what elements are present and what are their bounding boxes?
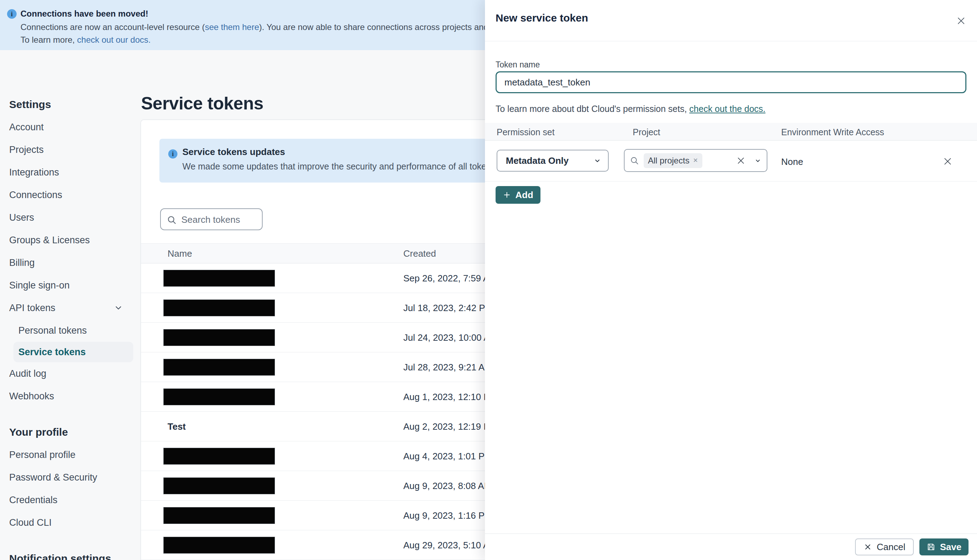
column-header-project: Project (633, 127, 660, 137)
banner-title: Connections have been moved! (20, 9, 148, 19)
chevron-down-icon[interactable] (114, 303, 123, 312)
project-chip-remove-icon[interactable]: ✕ (693, 157, 698, 163)
sidebar-item-label: Personal profile (9, 450, 76, 460)
project-multiselect[interactable]: All projects ✕ (624, 149, 767, 172)
redacted-token-name (163, 537, 275, 553)
save-button-label: Save (940, 542, 962, 553)
search-input[interactable] (181, 210, 258, 229)
redacted-token-name (163, 359, 275, 376)
sidebar-item-label: Audit log (9, 368, 46, 379)
column-header-environment-write-access: Environment Write Access (781, 127, 884, 137)
sidebar-item-label: Users (9, 212, 34, 223)
sidebar-item[interactable]: Webhooks (0, 385, 140, 407)
panel-footer: Cancel Save (485, 533, 977, 560)
sidebar-item[interactable]: Integrations (0, 161, 140, 183)
token-name-input[interactable] (495, 71, 966, 93)
remove-row-icon[interactable] (942, 155, 954, 167)
redacted-token-name (163, 329, 275, 346)
clear-selection-icon[interactable] (736, 156, 746, 165)
see-them-here-link[interactable]: see them here (205, 22, 259, 32)
sidebar-item-label: Password & Security (9, 472, 97, 483)
permission-row: Metadata Only All projects ✕ None (485, 140, 977, 182)
redacted-token-name (163, 270, 275, 287)
page-title: Service tokens (141, 93, 263, 114)
column-header-created: Created (403, 248, 436, 259)
save-button[interactable]: Save (919, 538, 969, 555)
sidebar-item[interactable]: Connections (0, 183, 140, 206)
sidebar-item[interactable]: Groups & Licenses (0, 229, 140, 252)
sidebar-item[interactable]: Service tokens (13, 342, 133, 362)
cancel-button[interactable]: Cancel (855, 538, 914, 555)
sidebar-item[interactable]: Personal tokens (0, 319, 140, 342)
search-tokens-box (160, 208, 263, 230)
helper-text: To learn more about dbt Cloud's permissi… (495, 104, 689, 114)
redacted-token-name (163, 477, 275, 494)
sidebar-item-label: Personal tokens (18, 325, 87, 336)
search-icon (166, 215, 177, 225)
sidebar-item[interactable]: Projects (0, 138, 140, 161)
sidebar-item[interactable]: Single sign-on (0, 274, 140, 297)
close-icon[interactable] (955, 15, 967, 27)
notice-body: We made some updates that improve the se… (182, 162, 527, 172)
chevron-down-icon[interactable] (754, 157, 762, 165)
sidebar-item-label: API tokens (9, 303, 55, 313)
sidebar-item-label: Notification settings (9, 553, 111, 560)
column-header-permission-set: Permission set (497, 127, 555, 137)
permission-set-select[interactable]: Metadata Only (497, 150, 609, 172)
sidebar-item-label: Credentials (9, 495, 58, 506)
sidebar-item[interactable]: Account (0, 116, 140, 138)
sidebar-item[interactable]: Password & Security (0, 466, 140, 489)
sidebar-item-label: Connections (9, 190, 62, 200)
sidebar-item[interactable]: Cloud CLI (0, 511, 140, 534)
info-icon: i (168, 149, 177, 158)
add-permission-button[interactable]: Add (495, 186, 540, 204)
banner-text: To learn more, (20, 35, 77, 45)
redacted-token-name (163, 448, 275, 465)
sidebar-item-label: Projects (9, 144, 44, 155)
permission-set-value: Metadata Only (506, 155, 593, 166)
sidebar-item[interactable]: Billing (0, 252, 140, 274)
redacted-token-name (163, 299, 275, 317)
sidebar-item-label: Webhooks (9, 391, 54, 402)
sidebar-item[interactable]: Users (0, 206, 140, 229)
plus-icon (503, 191, 511, 199)
sidebar-item-label: Your profile (9, 426, 68, 438)
sidebar-item: Your profile (0, 421, 140, 443)
permission-helper-text: To learn more about dbt Cloud's permissi… (495, 104, 766, 114)
sidebar-item-label: Settings (9, 98, 51, 110)
sidebar-item-label: Billing (9, 257, 35, 268)
info-icon: i (7, 9, 17, 19)
sidebar-item-label: Cloud CLI (9, 517, 52, 528)
cancel-button-label: Cancel (877, 542, 905, 553)
notice-title: Service tokens updates (182, 147, 285, 157)
project-chip: All projects ✕ (644, 153, 703, 168)
settings-sidebar: Settings Account Projects Integrations (0, 50, 140, 560)
cancel-x-icon (863, 543, 872, 551)
permissions-table-header: Permission set Project Environment Write… (485, 123, 977, 140)
banner-text: Connections are now an account-level res… (20, 22, 205, 32)
sidebar-item: Notification settings (0, 547, 140, 560)
check-out-docs-link[interactable]: check out our docs. (77, 35, 151, 45)
sidebar-item: Settings (0, 93, 140, 116)
sidebar-item-label: Integrations (9, 167, 59, 178)
sidebar-item[interactable]: Personal profile (0, 443, 140, 466)
environment-write-access-value: None (781, 157, 803, 167)
token-name: Test (167, 421, 186, 432)
project-chip-label: All projects (648, 156, 689, 166)
redacted-token-name (163, 507, 275, 524)
divider (485, 41, 977, 41)
token-created-date: Jul 24, 2023, 10:00 AM (403, 332, 497, 343)
sidebar-item-label: Groups & Licenses (9, 235, 90, 246)
save-icon (927, 542, 936, 552)
banner-text-line: To learn more, check out our docs. (20, 35, 151, 45)
sidebar-item[interactable]: API tokens (0, 297, 140, 319)
check-out-the-docs-link[interactable]: check out the docs. (689, 104, 765, 114)
panel-title: New service token (495, 12, 588, 24)
sidebar-item-label: Service tokens (18, 347, 86, 358)
sidebar-item[interactable]: Credentials (0, 489, 140, 511)
redacted-token-name (163, 388, 275, 405)
add-button-label: Add (515, 190, 534, 200)
sidebar-item[interactable]: Audit log (0, 362, 140, 385)
chevron-down-icon (593, 157, 602, 165)
sidebar-item-label: Account (9, 122, 44, 133)
